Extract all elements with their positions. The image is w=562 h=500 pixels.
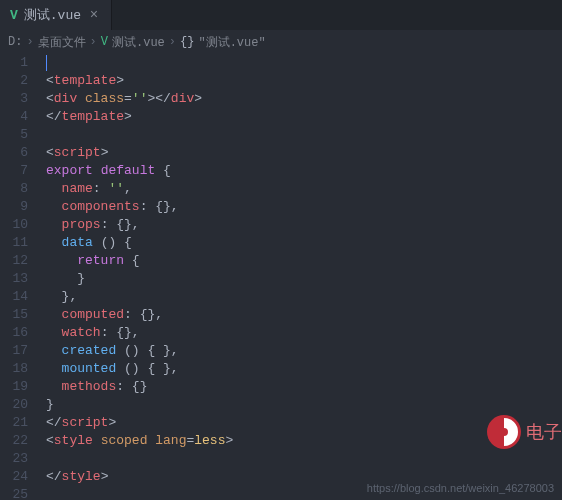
line-number: 5 — [0, 126, 28, 144]
line-number: 24 — [0, 468, 28, 486]
symbol-brace-icon: {} — [180, 35, 194, 49]
code-area[interactable]: <template><div class=''></div></template… — [38, 54, 562, 500]
line-number: 10 — [0, 216, 28, 234]
code-line[interactable]: watch: {}, — [46, 324, 562, 342]
code-line[interactable]: methods: {} — [46, 378, 562, 396]
code-line[interactable]: components: {}, — [46, 198, 562, 216]
line-number: 14 — [0, 288, 28, 306]
code-line[interactable]: } — [46, 396, 562, 414]
csdn-logo-icon — [486, 414, 522, 450]
line-number: 13 — [0, 270, 28, 288]
tab-bar: V 测试.vue × — [0, 0, 562, 30]
code-line[interactable]: data () { — [46, 234, 562, 252]
line-number: 9 — [0, 198, 28, 216]
breadcrumb-symbol[interactable]: "测试.vue" — [198, 34, 265, 51]
code-line[interactable]: return { — [46, 252, 562, 270]
line-number: 3 — [0, 90, 28, 108]
line-gutter: 1234567891011121314151617181920212223242… — [0, 54, 38, 500]
code-line[interactable]: export default { — [46, 162, 562, 180]
code-line[interactable]: <div class=''></div> — [46, 90, 562, 108]
code-line[interactable]: props: {}, — [46, 216, 562, 234]
close-icon[interactable]: × — [87, 8, 101, 22]
breadcrumb-drive[interactable]: D: — [8, 35, 22, 49]
line-number: 21 — [0, 414, 28, 432]
line-number: 18 — [0, 360, 28, 378]
text-cursor — [46, 55, 47, 71]
line-number: 12 — [0, 252, 28, 270]
code-line[interactable]: computed: {}, — [46, 306, 562, 324]
line-number: 25 — [0, 486, 28, 500]
code-line[interactable]: <template> — [46, 72, 562, 90]
line-number: 17 — [0, 342, 28, 360]
tab-title: 测试.vue — [24, 6, 81, 24]
line-number: 2 — [0, 72, 28, 90]
line-number: 4 — [0, 108, 28, 126]
code-line[interactable]: name: '', — [46, 180, 562, 198]
file-tab[interactable]: V 测试.vue × — [0, 0, 112, 30]
line-number: 20 — [0, 396, 28, 414]
line-number: 7 — [0, 162, 28, 180]
code-line[interactable] — [46, 54, 562, 72]
csdn-badge: 电子 — [486, 414, 562, 450]
breadcrumb-folder[interactable]: 桌面文件 — [38, 34, 86, 51]
breadcrumb[interactable]: D: › 桌面文件 › V 测试.vue › {} "测试.vue" — [0, 30, 562, 54]
code-line[interactable]: </script> — [46, 414, 562, 432]
vue-file-icon: V — [101, 35, 108, 49]
code-line[interactable]: mounted () { }, — [46, 360, 562, 378]
breadcrumb-file[interactable]: 测试.vue — [112, 34, 165, 51]
code-line[interactable]: }, — [46, 288, 562, 306]
line-number: 19 — [0, 378, 28, 396]
vue-file-icon: V — [10, 8, 18, 23]
line-number: 23 — [0, 450, 28, 468]
code-line[interactable]: created () { }, — [46, 342, 562, 360]
line-number: 11 — [0, 234, 28, 252]
line-number: 6 — [0, 144, 28, 162]
watermark-url: https://blog.csdn.net/weixin_46278003 — [367, 482, 554, 494]
code-editor[interactable]: 1234567891011121314151617181920212223242… — [0, 54, 562, 500]
code-line[interactable] — [46, 450, 562, 468]
chevron-right-icon: › — [90, 35, 97, 49]
code-line[interactable]: <style scoped lang=less> — [46, 432, 562, 450]
chevron-right-icon: › — [26, 35, 33, 49]
code-line[interactable] — [46, 126, 562, 144]
line-number: 15 — [0, 306, 28, 324]
line-number: 22 — [0, 432, 28, 450]
code-line[interactable]: <script> — [46, 144, 562, 162]
chevron-right-icon: › — [169, 35, 176, 49]
code-line[interactable]: </template> — [46, 108, 562, 126]
line-number: 8 — [0, 180, 28, 198]
line-number: 16 — [0, 324, 28, 342]
csdn-text: 电子 — [526, 420, 562, 444]
line-number: 1 — [0, 54, 28, 72]
code-line[interactable]: } — [46, 270, 562, 288]
